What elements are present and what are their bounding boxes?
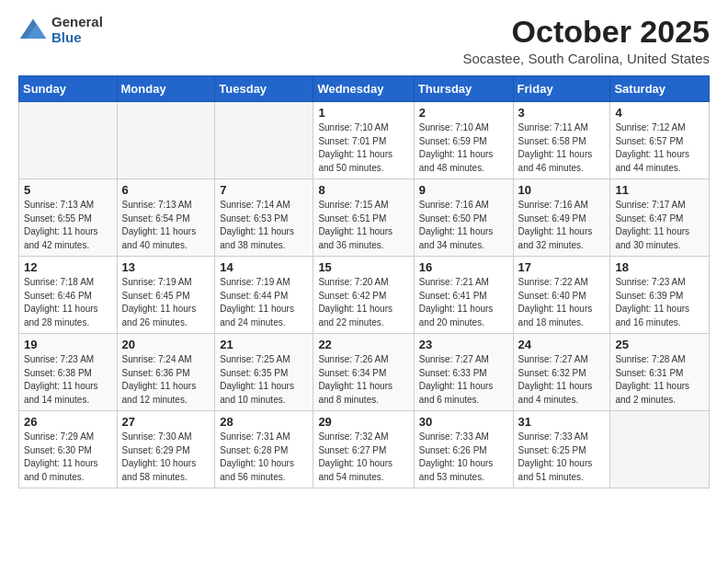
day-info: Sunrise: 7:25 AM Sunset: 6:35 PM Dayligh… — [220, 353, 308, 407]
calendar-cell: 27Sunrise: 7:30 AM Sunset: 6:29 PM Dayli… — [117, 411, 215, 488]
day-info: Sunrise: 7:13 AM Sunset: 6:54 PM Dayligh… — [122, 199, 210, 252]
calendar-cell: 16Sunrise: 7:21 AM Sunset: 6:41 PM Dayli… — [414, 257, 513, 334]
header: General Blue October 2025 Socastee, Sout… — [18, 15, 710, 66]
weekday-header-thursday: Thursday — [414, 76, 513, 102]
logo-icon — [18, 16, 48, 45]
day-number: 25 — [615, 338, 704, 351]
day-info: Sunrise: 7:33 AM Sunset: 6:25 PM Dayligh… — [518, 431, 606, 484]
day-info: Sunrise: 7:24 AM Sunset: 6:36 PM Dayligh… — [122, 353, 210, 407]
calendar-cell: 23Sunrise: 7:27 AM Sunset: 6:33 PM Dayli… — [414, 334, 513, 411]
calendar-cell: 8Sunrise: 7:15 AM Sunset: 6:51 PM Daylig… — [313, 179, 414, 257]
day-number: 12 — [24, 260, 112, 274]
day-info: Sunrise: 7:17 AM Sunset: 6:47 PM Dayligh… — [615, 199, 704, 252]
day-info: Sunrise: 7:30 AM Sunset: 6:29 PM Dayligh… — [122, 431, 210, 484]
day-info: Sunrise: 7:26 AM Sunset: 6:34 PM Dayligh… — [318, 353, 408, 407]
day-number: 2 — [419, 106, 508, 120]
day-number: 17 — [518, 260, 606, 274]
day-number: 30 — [419, 415, 508, 429]
calendar-cell: 5Sunrise: 7:13 AM Sunset: 6:55 PM Daylig… — [19, 179, 118, 257]
weekday-header-sunday: Sunday — [19, 76, 118, 102]
title-block: October 2025 Socastee, South Carolina, U… — [463, 15, 711, 66]
day-info: Sunrise: 7:20 AM Sunset: 6:42 PM Dayligh… — [318, 276, 408, 329]
day-number: 16 — [419, 260, 508, 274]
calendar-week-row: 19Sunrise: 7:23 AM Sunset: 6:38 PM Dayli… — [19, 334, 710, 411]
day-info: Sunrise: 7:11 AM Sunset: 6:58 PM Dayligh… — [518, 121, 606, 175]
calendar-week-row: 26Sunrise: 7:29 AM Sunset: 6:30 PM Dayli… — [19, 411, 710, 488]
day-number: 5 — [24, 183, 112, 197]
calendar-cell: 20Sunrise: 7:24 AM Sunset: 6:36 PM Dayli… — [117, 334, 215, 411]
calendar-cell: 31Sunrise: 7:33 AM Sunset: 6:25 PM Dayli… — [513, 411, 610, 488]
calendar-week-row: 5Sunrise: 7:13 AM Sunset: 6:55 PM Daylig… — [19, 179, 710, 257]
day-info: Sunrise: 7:21 AM Sunset: 6:41 PM Dayligh… — [419, 276, 508, 329]
day-info: Sunrise: 7:16 AM Sunset: 6:50 PM Dayligh… — [419, 199, 508, 252]
day-number: 29 — [318, 415, 408, 429]
calendar-cell: 18Sunrise: 7:23 AM Sunset: 6:39 PM Dayli… — [610, 257, 710, 334]
calendar-cell: 21Sunrise: 7:25 AM Sunset: 6:35 PM Dayli… — [215, 334, 313, 411]
calendar-cell: 11Sunrise: 7:17 AM Sunset: 6:47 PM Dayli… — [610, 179, 710, 257]
weekday-header-friday: Friday — [513, 76, 610, 102]
weekday-header-row: SundayMondayTuesdayWednesdayThursdayFrid… — [19, 76, 710, 102]
calendar-cell: 17Sunrise: 7:22 AM Sunset: 6:40 PM Dayli… — [513, 257, 610, 334]
day-number: 10 — [518, 183, 606, 197]
day-number: 28 — [220, 415, 308, 429]
calendar-title: October 2025 — [463, 15, 711, 49]
day-number: 8 — [318, 183, 408, 197]
day-number: 6 — [122, 183, 210, 197]
day-info: Sunrise: 7:18 AM Sunset: 6:46 PM Dayligh… — [24, 276, 112, 329]
calendar-cell: 4Sunrise: 7:12 AM Sunset: 6:57 PM Daylig… — [610, 102, 710, 179]
calendar-cell: 3Sunrise: 7:11 AM Sunset: 6:58 PM Daylig… — [513, 102, 610, 179]
day-info: Sunrise: 7:10 AM Sunset: 7:01 PM Dayligh… — [318, 121, 408, 175]
day-info: Sunrise: 7:10 AM Sunset: 6:59 PM Dayligh… — [419, 121, 508, 175]
day-info: Sunrise: 7:29 AM Sunset: 6:30 PM Dayligh… — [24, 431, 112, 484]
day-info: Sunrise: 7:16 AM Sunset: 6:49 PM Dayligh… — [518, 199, 606, 252]
day-number: 13 — [122, 260, 210, 274]
day-info: Sunrise: 7:32 AM Sunset: 6:27 PM Dayligh… — [318, 431, 408, 484]
calendar-week-row: 12Sunrise: 7:18 AM Sunset: 6:46 PM Dayli… — [19, 257, 710, 334]
calendar-location: Socastee, South Carolina, United States — [463, 51, 711, 66]
day-info: Sunrise: 7:31 AM Sunset: 6:28 PM Dayligh… — [220, 431, 308, 484]
day-info: Sunrise: 7:27 AM Sunset: 6:32 PM Dayligh… — [518, 353, 606, 407]
page: General Blue October 2025 Socastee, Sout… — [0, 0, 728, 563]
calendar-cell: 13Sunrise: 7:19 AM Sunset: 6:45 PM Dayli… — [117, 257, 215, 334]
calendar-cell: 15Sunrise: 7:20 AM Sunset: 6:42 PM Dayli… — [313, 257, 414, 334]
day-number: 27 — [122, 415, 210, 429]
weekday-header-saturday: Saturday — [610, 76, 710, 102]
day-number: 15 — [318, 260, 408, 274]
calendar-cell: 26Sunrise: 7:29 AM Sunset: 6:30 PM Dayli… — [19, 411, 118, 488]
day-number: 14 — [220, 260, 308, 274]
day-info: Sunrise: 7:28 AM Sunset: 6:31 PM Dayligh… — [615, 353, 704, 407]
day-number: 11 — [615, 183, 704, 197]
day-number: 19 — [24, 338, 112, 351]
day-number: 1 — [318, 106, 408, 120]
day-number: 18 — [615, 260, 704, 274]
day-number: 9 — [419, 183, 508, 197]
calendar-cell: 10Sunrise: 7:16 AM Sunset: 6:49 PM Dayli… — [513, 179, 610, 257]
calendar-table: SundayMondayTuesdayWednesdayThursdayFrid… — [18, 75, 710, 488]
calendar-cell: 22Sunrise: 7:26 AM Sunset: 6:34 PM Dayli… — [313, 334, 414, 411]
day-info: Sunrise: 7:13 AM Sunset: 6:55 PM Dayligh… — [24, 199, 112, 252]
weekday-header-tuesday: Tuesday — [215, 76, 313, 102]
calendar-cell — [215, 102, 313, 179]
day-number: 26 — [24, 415, 112, 429]
day-info: Sunrise: 7:27 AM Sunset: 6:33 PM Dayligh… — [419, 353, 508, 407]
day-number: 4 — [615, 106, 704, 120]
day-number: 23 — [419, 338, 508, 351]
calendar-cell: 30Sunrise: 7:33 AM Sunset: 6:26 PM Dayli… — [414, 411, 513, 488]
calendar-cell: 14Sunrise: 7:19 AM Sunset: 6:44 PM Dayli… — [215, 257, 313, 334]
day-number: 7 — [220, 183, 308, 197]
day-info: Sunrise: 7:12 AM Sunset: 6:57 PM Dayligh… — [615, 121, 704, 175]
day-number: 21 — [220, 338, 308, 351]
weekday-header-monday: Monday — [117, 76, 215, 102]
day-info: Sunrise: 7:15 AM Sunset: 6:51 PM Dayligh… — [318, 199, 408, 252]
calendar-cell: 2Sunrise: 7:10 AM Sunset: 6:59 PM Daylig… — [414, 102, 513, 179]
day-info: Sunrise: 7:14 AM Sunset: 6:53 PM Dayligh… — [220, 199, 308, 252]
calendar-cell — [19, 102, 118, 179]
logo-text: General Blue — [51, 15, 103, 45]
calendar-cell: 19Sunrise: 7:23 AM Sunset: 6:38 PM Dayli… — [19, 334, 118, 411]
day-info: Sunrise: 7:19 AM Sunset: 6:45 PM Dayligh… — [122, 276, 210, 329]
day-number: 22 — [318, 338, 408, 351]
calendar-cell — [610, 411, 710, 488]
day-number: 3 — [518, 106, 606, 120]
calendar-cell: 25Sunrise: 7:28 AM Sunset: 6:31 PM Dayli… — [610, 334, 710, 411]
calendar-cell: 28Sunrise: 7:31 AM Sunset: 6:28 PM Dayli… — [215, 411, 313, 488]
